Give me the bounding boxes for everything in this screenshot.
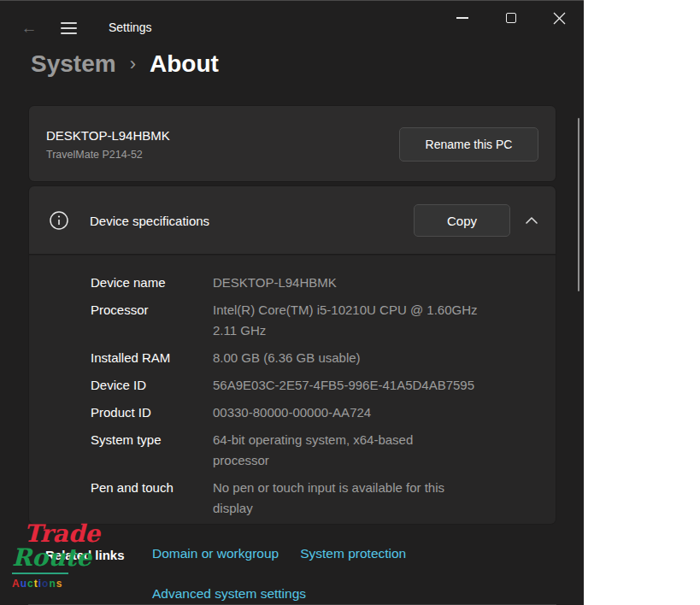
watermark-auctions: Auctions	[12, 578, 115, 590]
copy-button[interactable]: Copy	[414, 204, 510, 237]
breadcrumb-system[interactable]: System	[31, 50, 116, 78]
spec-value: No pen or touch input is available for t…	[213, 478, 535, 519]
minimize-icon	[456, 17, 468, 19]
link-domain-or-workgroup[interactable]: Domain or workgroup	[152, 546, 279, 561]
spec-row-installed-ram: Installed RAM 8.00 GB (6.36 GB usable)	[91, 348, 535, 368]
spec-row-device-id: Device ID 56A9E03C-2E57-4FB5-996E-41A5D4…	[91, 375, 535, 396]
breadcrumb-separator-icon: ›	[130, 53, 136, 75]
spec-label: Device name	[91, 273, 213, 293]
back-icon[interactable]: ←	[19, 19, 39, 38]
info-icon	[49, 210, 69, 231]
device-specifications-title: Device specifications	[90, 214, 209, 228]
maximize-button[interactable]	[486, 1, 535, 35]
spec-label: Installed RAM	[91, 348, 213, 368]
device-name: DESKTOP-L94HBMK	[46, 128, 170, 143]
scrollbar[interactable]	[578, 118, 579, 291]
link-system-protection[interactable]: System protection	[300, 546, 406, 561]
spec-label: Pen and touch	[91, 478, 213, 519]
device-specifications-header[interactable]: Device specifications Copy	[29, 186, 556, 255]
rename-pc-button[interactable]: Rename this PC	[399, 127, 538, 162]
close-icon	[553, 12, 566, 25]
spec-row-product-id: Product ID 00330-80000-00000-AA724	[91, 402, 535, 423]
spec-row-processor: Processor Intel(R) Core(TM) i5-10210U CP…	[91, 300, 535, 341]
watermark-trade: Trade	[24, 521, 115, 547]
spec-row-system-type: System type 64-bit operating system, x64…	[91, 430, 535, 471]
spec-label: Product ID	[91, 402, 213, 423]
spec-value: Intel(R) Core(TM) i5-10210U CPU @ 1.60GH…	[213, 300, 535, 341]
window-controls	[438, 1, 584, 35]
spec-label: Processor	[91, 300, 213, 341]
related-links: Domain or workgroup System protection Ad…	[152, 546, 494, 602]
breadcrumb: System › About	[31, 50, 219, 78]
spec-value: 8.00 GB (6.36 GB usable)	[213, 348, 535, 368]
device-model: TravelMate P214-52	[46, 149, 143, 161]
watermark-underline	[12, 573, 68, 574]
settings-window: ← Settings System › About DESKTOP	[0, 0, 584, 605]
device-card: DESKTOP-L94HBMK TravelMate P214-52 Renam…	[28, 105, 556, 182]
titlebar: ← Settings	[0, 1, 584, 42]
device-specifications-card: Device specifications Copy Device name D…	[28, 185, 556, 525]
device-specifications-body: Device name DESKTOP-L94HBMK Processor In…	[29, 256, 556, 525]
hamburger-menu-icon[interactable]	[61, 22, 77, 34]
spec-value: 64-bit operating system, x64-based proce…	[213, 430, 535, 471]
spec-value: 00330-80000-00000-AA724	[213, 402, 535, 423]
minimize-button[interactable]	[438, 1, 486, 35]
related-links-title: Related links	[45, 548, 125, 562]
spec-value: DESKTOP-L94HBMK	[213, 273, 535, 293]
spec-label: System type	[91, 430, 213, 471]
page-title: About	[150, 50, 219, 78]
spec-row-pen-and-touch: Pen and touch No pen or touch input is a…	[91, 478, 535, 519]
app-title: Settings	[109, 21, 152, 34]
chevron-up-icon[interactable]	[524, 214, 539, 226]
maximize-icon	[506, 13, 516, 23]
link-advanced-system-settings[interactable]: Advanced system settings	[152, 586, 306, 602]
spec-value: 56A9E03C-2E57-4FB5-996E-41A5D4AB7595	[213, 375, 535, 396]
close-button[interactable]	[535, 1, 584, 35]
spec-row-device-name: Device name DESKTOP-L94HBMK	[91, 273, 535, 293]
spec-label: Device ID	[91, 375, 213, 396]
